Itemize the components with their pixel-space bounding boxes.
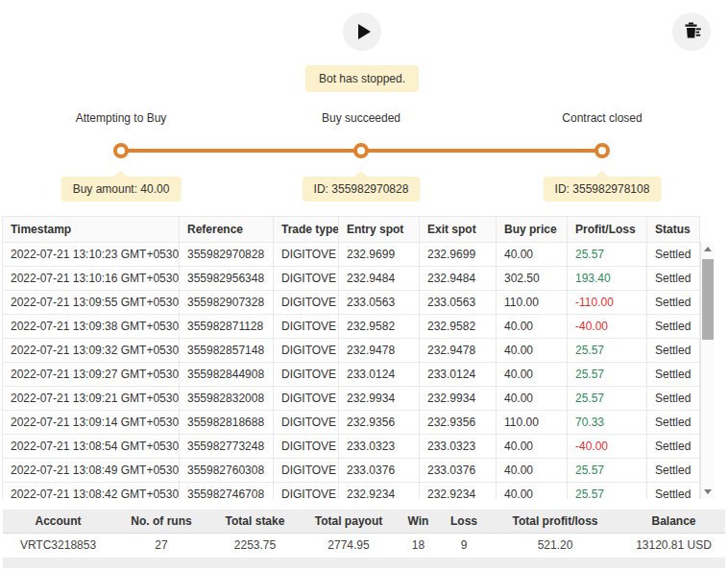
trade-table-body: 2022-07-21 13:10:23 GMT+0530355982970828…	[3, 243, 700, 500]
bot-status-banner: Bot has stopped.	[305, 65, 419, 92]
cell-buy-price: 40.00	[497, 435, 568, 459]
table-row: 2022-07-21 13:09:32 GMT+0530355982857148…	[3, 339, 700, 363]
summary-total-profit: 521.20	[488, 533, 622, 558]
cell-buy-price: 40.00	[497, 339, 568, 363]
summary-win: 18	[397, 533, 440, 558]
cell-profit-loss: 25.57	[568, 363, 647, 387]
cell-trade-type: DIGITOVE	[274, 411, 339, 435]
cell-exit-spot: 232.9582	[420, 315, 497, 339]
cell-reference: 355982844908	[180, 363, 274, 387]
run-bot-button[interactable]	[343, 12, 381, 51]
table-row: 2022-07-21 13:09:38 GMT+0530355982871128…	[3, 315, 700, 339]
cell-trade-type: DIGITOVE	[274, 387, 339, 411]
cell-profit-loss: 25.57	[568, 387, 647, 411]
summary-col-total-payout: Total payout	[301, 510, 397, 533]
cell-exit-spot: 232.9699	[420, 243, 497, 267]
trades-header-row: Timestamp Reference Trade type Entry spo…	[3, 217, 700, 243]
cell-timestamp: 2022-07-21 13:09:55 GMT+0530	[3, 291, 180, 315]
cell-status: Settled	[647, 243, 700, 267]
table-scrollbar[interactable]	[700, 242, 715, 499]
chevron-down-icon	[704, 489, 712, 494]
cell-status: Settled	[647, 387, 700, 411]
cell-entry-spot: 233.0563	[339, 291, 420, 315]
col-header-exit-spot: Exit spot	[420, 217, 497, 243]
cell-timestamp: 2022-07-21 13:09:21 GMT+0530	[3, 387, 180, 411]
tracker-node-closed	[595, 143, 610, 158]
cell-profit-loss: -110.00	[568, 291, 647, 315]
cell-status: Settled	[647, 267, 700, 291]
scroll-down-button[interactable]	[701, 485, 715, 499]
cell-entry-spot: 232.9484	[339, 267, 420, 291]
cell-reference: 355982871128	[180, 315, 274, 339]
cell-trade-type: DIGITOVE	[274, 315, 339, 339]
cell-timestamp: 2022-07-21 13:09:38 GMT+0530	[3, 315, 180, 339]
cell-trade-type: DIGITOVE	[274, 291, 339, 315]
cell-reference: 355982760308	[180, 459, 274, 483]
table-row: 2022-07-21 13:08:49 GMT+0530355982760308…	[3, 459, 700, 483]
cell-timestamp: 2022-07-21 13:09:14 GMT+0530	[3, 411, 180, 435]
cell-profit-loss: 25.57	[568, 483, 647, 500]
table-row: 2022-07-21 13:10:16 GMT+0530355982956348…	[3, 267, 700, 291]
play-icon	[358, 24, 371, 39]
summary-total-payout: 2774.95	[301, 533, 397, 558]
tracker-badge-buy-id: ID: 355982970828	[303, 177, 421, 202]
trades-table: Timestamp Reference Trade type Entry spo…	[2, 216, 715, 499]
col-header-entry-spot: Entry spot	[339, 217, 420, 243]
cell-status: Settled	[647, 483, 700, 500]
cell-buy-price: 110.00	[497, 411, 568, 435]
cell-reference: 355982956348	[180, 267, 274, 291]
cell-entry-spot: 232.9356	[339, 411, 420, 435]
col-header-trade-type: Trade type	[274, 217, 339, 243]
cell-buy-price: 40.00	[497, 315, 568, 339]
scroll-up-button[interactable]	[701, 242, 715, 256]
cell-exit-spot: 232.9356	[420, 411, 497, 435]
tracker-step-label-succeeded: Buy succeeded	[322, 111, 400, 125]
cell-profit-loss: -40.00	[568, 315, 647, 339]
cell-reference: 355982832008	[180, 387, 274, 411]
cell-exit-spot: 233.0124	[420, 363, 497, 387]
cell-buy-price: 40.00	[497, 459, 568, 483]
cell-entry-spot: 232.9934	[339, 387, 420, 411]
cell-entry-spot: 232.9582	[339, 315, 420, 339]
cell-trade-type: DIGITOVE	[274, 339, 339, 363]
cell-exit-spot: 232.9484	[420, 267, 497, 291]
cell-trade-type: DIGITOVE	[274, 483, 339, 500]
tracker-node-attempting	[113, 143, 129, 158]
cell-profit-loss: 25.57	[568, 243, 647, 267]
cell-reference: 355982773248	[180, 435, 274, 459]
cell-buy-price: 40.00	[497, 243, 568, 267]
cell-buy-price: 110.00	[497, 291, 568, 315]
summary-runs: 27	[113, 533, 209, 558]
tracker-badge-buy-amount: Buy amount: 40.00	[61, 177, 182, 202]
summary-total-stake: 2253.75	[209, 533, 301, 558]
table-row: 2022-07-21 13:09:27 GMT+0530355982844908…	[3, 363, 700, 387]
run-summary-panel: Account No. of runs Total stake Total pa…	[3, 510, 725, 568]
cell-timestamp: 2022-07-21 13:09:32 GMT+0530	[3, 339, 180, 363]
tracker-step-label-closed: Contract closed	[562, 111, 642, 125]
col-header-status: Status	[647, 217, 700, 243]
cell-profit-loss: 70.33	[568, 411, 647, 435]
clear-log-button[interactable]	[672, 12, 711, 51]
cell-timestamp: 2022-07-21 13:08:54 GMT+0530	[3, 435, 180, 459]
cell-status: Settled	[647, 459, 700, 483]
scrollbar-thumb[interactable]	[702, 259, 714, 340]
cell-status: Settled	[647, 435, 700, 459]
summary-loss: 9	[440, 533, 488, 558]
cell-timestamp: 2022-07-21 13:08:42 GMT+0530	[3, 483, 180, 500]
cell-reference: 355982970828	[180, 243, 274, 267]
summary-data-row: VRTC3218853 27 2253.75 2774.95 18 9 521.…	[3, 533, 725, 558]
cell-exit-spot: 233.0323	[420, 435, 497, 459]
cell-exit-spot: 232.9234	[420, 483, 497, 500]
cell-entry-spot: 233.0323	[339, 435, 420, 459]
tracker-step-label-attempting: Attempting to Buy	[76, 111, 167, 125]
summary-balance: 13120.81 USD	[622, 533, 725, 558]
chevron-up-icon	[704, 247, 712, 251]
cell-trade-type: DIGITOVE	[274, 435, 339, 459]
table-row: 2022-07-21 13:08:54 GMT+0530355982773248…	[3, 435, 700, 459]
cell-reference: 355982818688	[180, 411, 274, 435]
cell-trade-type: DIGITOVE	[274, 243, 339, 267]
cell-exit-spot: 233.0563	[420, 291, 497, 315]
cell-timestamp: 2022-07-21 13:08:49 GMT+0530	[3, 459, 180, 483]
tracker-node-succeeded	[353, 143, 369, 158]
cell-buy-price: 40.00	[497, 483, 568, 500]
